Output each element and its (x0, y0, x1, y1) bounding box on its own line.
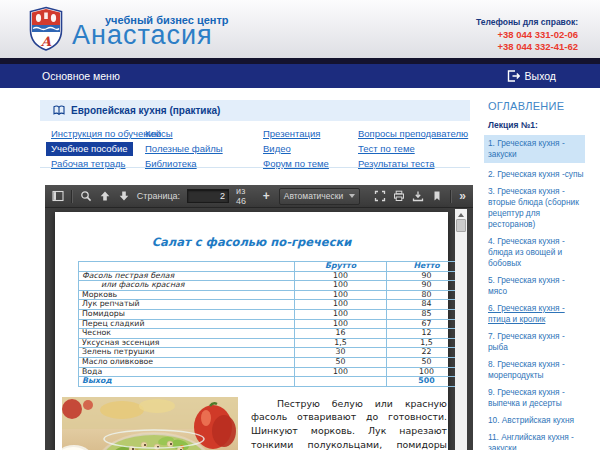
table-row: Морковь10080 (79, 290, 467, 300)
recipe-title: Салат с фасолью по-гречески (55, 212, 448, 249)
download-button[interactable] (412, 190, 424, 202)
pdf-page: Салат с фасолью по-гречески Брутто Нетто… (55, 212, 448, 450)
toc-lecture-label: Лекция №1: (488, 120, 594, 130)
course-links: Инструкция по обучению Кейсы Презентация… (40, 127, 470, 171)
col-brutto: Брутто (295, 262, 387, 272)
book-icon (53, 105, 65, 116)
search-icon (80, 190, 92, 202)
table-row: Перец сладкий10067 (79, 319, 467, 329)
toc-item-6[interactable]: 6. Греческая кухня - птица и кролик (488, 303, 585, 325)
prev-page-button[interactable] (99, 190, 111, 202)
bookmark-icon (431, 190, 443, 202)
table-row: Масло оливковое5050 (79, 357, 467, 367)
toc-sidebar: ОГЛАВЛЕНИЕ Лекция №1: 1. Греческая кухня… (488, 100, 594, 450)
link-useful-files[interactable]: Полезные файлы (145, 142, 223, 156)
toolbar-separator (450, 190, 452, 203)
pdf-viewer: Страница: из 46 + Автоматически (45, 185, 473, 450)
sidebar-toggle-icon (52, 190, 64, 202)
toc-item-7[interactable]: 7. Греческая кухня - рыба (488, 331, 585, 353)
expand-icon (374, 190, 386, 202)
scroll-up-arrow-icon (458, 213, 464, 217)
course-title: Европейская кухня (практика) (71, 105, 220, 116)
ingredients-table: Брутто Нетто Фасоль пестрая белая10090 и… (78, 261, 467, 387)
pdf-body: Салат с фасолью по-гречески Брутто Нетто… (45, 209, 473, 450)
find-button[interactable] (80, 190, 92, 202)
table-row: Вода100100 (79, 367, 467, 377)
phone-number-1: +38 044 331-02-06 (476, 30, 578, 40)
link-cases[interactable]: Кейсы (145, 127, 173, 141)
toc-item-8[interactable]: 8. Греческая кухня - морепродукты (488, 359, 585, 381)
link-library[interactable]: Библиотека (145, 157, 197, 171)
toc-item-1-active[interactable]: 1. Греческая кухня - закуски (484, 135, 585, 163)
salad-photo (62, 397, 238, 450)
table-row: Лук репчатый10084 (79, 300, 467, 310)
print-icon (393, 190, 405, 202)
link-topic-test[interactable]: Тест по теме (358, 142, 415, 156)
toc-item-2[interactable]: 2. Греческая кухня -супы (488, 169, 585, 180)
link-presentation[interactable]: Презентация (263, 127, 320, 141)
phones-block: Телефоны для справок: +38 044 331-02-06 … (476, 17, 578, 51)
logout-button[interactable]: Выход (507, 70, 556, 82)
pdf-toolbar: Страница: из 46 + Автоматически (45, 185, 473, 208)
table-row: Чеснок1612 (79, 329, 467, 339)
table-row: Зелень петрушки3022 (79, 348, 467, 358)
link-textbook-active[interactable]: Учебное пособие (46, 142, 133, 156)
pdf-scrollbar[interactable] (455, 209, 467, 450)
presentation-mode-button[interactable] (374, 190, 386, 202)
toc-item-11[interactable]: 11. Английская кухня - закуски (488, 432, 585, 450)
sidebar-toggle-button[interactable] (52, 190, 64, 202)
table-row: или фасоль красная10090 (79, 281, 467, 291)
arrow-up-icon (99, 190, 111, 202)
toolbar-separator (71, 190, 73, 203)
dropdown-arrow-icon (349, 194, 355, 198)
phone-number-2: +38 044 332-41-62 (476, 42, 578, 52)
toc-title: ОГЛАВЛЕНИЕ (488, 100, 594, 112)
toc-item-4[interactable]: 4. Греческая кухня - блюда из овощей и б… (488, 236, 585, 269)
arrow-down-icon (118, 190, 130, 202)
toc-item-3[interactable]: 3. Греческая кухня - вторые блюда (сборн… (488, 186, 585, 230)
page-input[interactable] (187, 189, 229, 203)
table-row: Фасоль пестрая белая10090 (79, 271, 467, 281)
toc-list: 1. Греческая кухня - закуски 2. Греческа… (488, 135, 594, 450)
bookmark-button[interactable] (431, 190, 443, 202)
page-count: из 46 (236, 186, 254, 206)
logo-shield-icon: А (28, 6, 64, 52)
phones-label: Телефоны для справок: (476, 17, 578, 27)
zoom-in-button[interactable]: + (261, 189, 272, 203)
download-icon (412, 190, 424, 202)
logo-letter: А (41, 34, 52, 49)
table-row: Помидоры10085 (79, 309, 467, 319)
print-button[interactable] (393, 190, 405, 202)
menubar: Основное меню Выход (0, 64, 600, 88)
section-separator (40, 167, 470, 168)
exit-icon (507, 70, 520, 82)
recipe-paragraph: Пеструю белую или красную фасоль отварив… (251, 397, 447, 450)
link-video[interactable]: Видео (263, 142, 291, 156)
next-page-button[interactable] (118, 190, 130, 202)
scale-select[interactable]: Автоматически (279, 188, 361, 205)
table-row: Уксусная эссенция1,51,5 (79, 338, 467, 348)
scrollbar-thumb[interactable] (456, 219, 466, 232)
table-total-row: Выход500 (79, 377, 467, 387)
toc-item-9[interactable]: 9. Греческая кухня - выпечка и десерты (488, 387, 585, 409)
link-test-results[interactable]: Результаты теста (358, 157, 434, 171)
page-label: Страница: (137, 191, 180, 201)
table-header-row: Брутто Нетто (79, 262, 467, 272)
scale-value: Автоматически (284, 191, 343, 201)
link-workbook[interactable]: Рабочая тетрадь (51, 157, 125, 171)
main-menu-link[interactable]: Основное меню (42, 70, 120, 82)
page: А учебный бизнес центр Анастасия Телефон… (0, 0, 600, 450)
toc-item-10[interactable]: 10. Австрийская кухня (488, 415, 585, 426)
link-topic-forum[interactable]: Форум по теме (263, 157, 329, 171)
site-header: А учебный бизнес центр Анастасия Телефон… (0, 0, 600, 58)
course-header: Европейская кухня (практика) (40, 100, 470, 121)
logout-label: Выход (525, 70, 556, 82)
toc-item-5[interactable]: 5. Греческая кухня - мясо (488, 275, 585, 297)
link-teacher-questions[interactable]: Вопросы преподавателю (358, 127, 468, 141)
more-tools-button[interactable]: » (459, 189, 466, 203)
brand-name: Анастасия (72, 20, 213, 51)
doc-bottom: Пеструю белую или красную фасоль отварив… (62, 397, 448, 450)
